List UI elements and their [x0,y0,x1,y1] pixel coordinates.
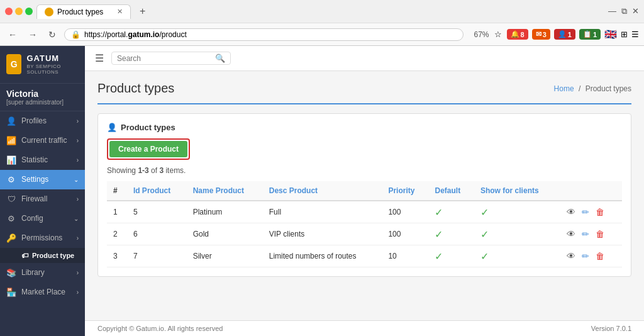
chevron-right-icon: › [77,157,79,164]
product-types-icon: 👤 [107,123,117,132]
profiles-icon: 👤 [6,116,16,126]
browser-tab[interactable]: Product types ✕ [36,4,131,19]
language-flag[interactable]: 🇬🇧 [604,28,617,40]
marketplace-icon: 🏪 [6,288,16,297]
check-show-icon: ✓ [480,251,489,262]
card-title-text: Product types [121,123,175,132]
sidebar-item-label: Firewall [21,194,47,203]
back-button[interactable]: ← [5,28,20,41]
page-header: Product types Home / Product types [97,81,631,96]
col-actions [559,181,622,201]
table-body: 1 5 Platinum Full 100 ✓ ✓ 👁 ✏ [107,201,622,267]
browser-close-icon[interactable]: ✕ [632,6,639,16]
edit-button[interactable]: ✏ [580,206,591,218]
minimize-dot[interactable] [15,8,23,15]
sidebar-role: [super administrator] [6,99,79,106]
sidebar-item-settings[interactable]: ⚙ Settings ⌄ [0,170,85,189]
showing-total: 3 [159,166,164,175]
sidebar-item-marketplace[interactable]: 🏪 Market Place › [0,283,85,302]
page-title: Product types [97,81,174,96]
row-id: 5 [127,201,187,223]
edit-button[interactable]: ✏ [580,250,591,262]
delete-button[interactable]: 🗑 [594,206,606,218]
main-content: ☰ 🔍 Product types Home / Product types 👤 [85,46,644,336]
logo-text: GATUM BY SEMPICO SOLUTIONS [26,53,79,76]
sidebar-item-product-type[interactable]: 🏷 Product type [0,248,85,263]
col-show: Show for clients [474,181,559,201]
col-default: Default [428,181,474,201]
row-priority: 100 [382,223,428,245]
badge-tasks[interactable]: 📋 1 [579,29,601,40]
refresh-button[interactable]: ↻ [45,28,59,41]
badge-users[interactable]: 👤 1 [554,29,575,40]
sidebar-item-config[interactable]: ⚙ Config ⌄ [0,209,85,228]
zoom-level: 67% [474,30,489,39]
edit-button[interactable]: ✏ [580,228,591,240]
sidebar-item-firewall[interactable]: 🛡 Firewall › [0,189,85,209]
row-desc: VIP clients [263,223,382,245]
forward-button[interactable]: → [25,28,40,41]
chevron-right-icon: › [77,137,79,144]
browser-chrome: Product types ✕ + — ⧉ ✕ ← → ↻ 🔒 https://… [0,0,644,46]
search-input[interactable] [117,54,211,63]
delete-button[interactable]: 🗑 [594,228,606,240]
address-prefix: https://portal. [84,30,128,39]
statistic-icon: 📊 [6,155,16,165]
grid-icon[interactable]: ⊞ [621,30,628,39]
search-button[interactable]: 🔍 [215,53,225,63]
logo-name: GATUM [26,53,79,64]
sidebar-item-library[interactable]: 📚 Library › [0,263,85,283]
maximize-dot[interactable] [25,8,33,15]
row-name: Gold [187,223,263,245]
row-priority: 100 [382,201,428,223]
sidebar-item-current-traffic[interactable]: 📶 Current traffic › [0,131,85,150]
close-dot[interactable] [5,8,13,15]
showing-range: 1-3 [138,166,148,175]
copyright-text: Copyright © Gatum.io. All rights reserve… [97,325,223,332]
page-body: Product types Home / Product types 👤 Pro… [85,71,644,320]
sidebar-item-permissions[interactable]: 🔑 Permissions › [0,228,85,248]
row-show: ✓ [474,245,559,267]
sidebar-item-label: Current traffic [21,136,67,145]
breadcrumb-home-link[interactable]: Home [554,84,574,93]
row-desc: Full [263,201,382,223]
check-show-icon: ✓ [480,207,489,218]
search-box[interactable]: 🔍 [111,52,231,65]
check-default-icon: ✓ [435,207,443,218]
firewall-icon: 🛡 [6,194,16,204]
view-button[interactable]: 👁 [565,228,577,240]
browser-minimize-icon[interactable]: — [608,6,616,16]
library-icon: 📚 [6,268,16,277]
view-button[interactable]: 👁 [565,206,577,218]
tab-close-button[interactable]: ✕ [117,8,123,16]
hamburger-menu-icon[interactable]: ☰ [95,52,104,64]
delete-button[interactable]: 🗑 [594,250,606,262]
check-default-icon: ✓ [435,251,443,262]
address-bar[interactable]: 🔒 https://portal.gatum.io/product [64,28,464,41]
sidebar-logo: G GATUM BY SEMPICO SOLUTIONS [0,46,85,84]
sidebar-item-label: Settings [21,175,48,184]
sidebar-item-label: Profiles [21,116,47,125]
bookmark-icon[interactable]: ☆ [494,30,502,39]
top-bar: ☰ 🔍 [85,46,644,71]
badge-notifications[interactable]: 🔔 8 [507,29,528,40]
app-container: G GATUM BY SEMPICO SOLUTIONS Victoria [s… [0,46,644,336]
sidebar-item-statistic[interactable]: 📊 Statistic › [0,150,85,170]
badge-messages[interactable]: ✉ 3 [532,29,550,40]
browser-restore-icon[interactable]: ⧉ [621,6,627,16]
sidebar-item-profiles[interactable]: 👤 Profiles › [0,111,85,131]
menu-icon[interactable]: ☰ [631,30,639,39]
new-tab-button[interactable]: + [135,3,150,20]
row-name: Platinum [187,201,263,223]
address-text: https://portal.gatum.io/product [84,30,187,39]
sidebar-username: Victoria [6,89,79,99]
version-text: Version 7.0.1 [591,325,631,332]
col-priority: Priority [382,181,428,201]
sidebar-item-label: Market Place [21,288,65,296]
browser-dots [5,8,33,15]
create-product-button[interactable]: Create a Product [109,141,187,157]
view-button[interactable]: 👁 [565,250,577,262]
showing-text: Showing 1-3 of 3 items. [107,166,622,175]
table-row: 2 6 Gold VIP clients 100 ✓ ✓ 👁 ✏ [107,223,622,245]
traffic-icon: 📶 [6,136,16,145]
